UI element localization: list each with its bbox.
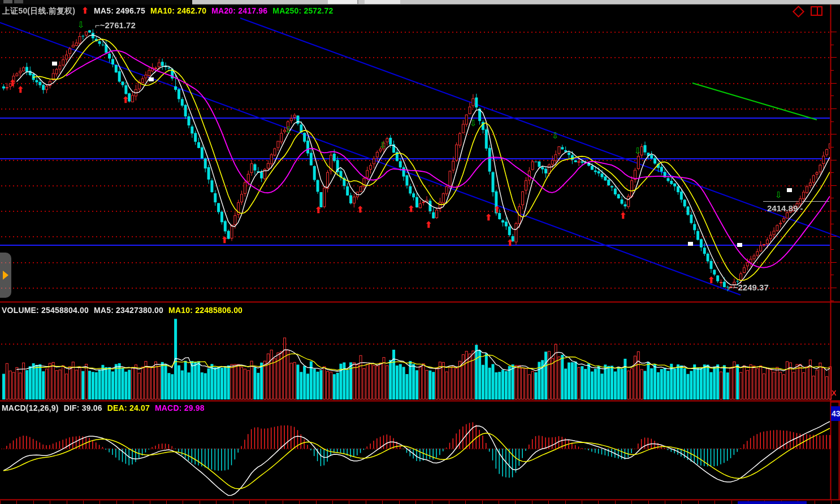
sell-signal-arrow-icon: ⇩ <box>775 191 782 199</box>
volume-value: VOLUME: 25458804.00 <box>2 306 89 315</box>
symbol-title: 上证50(日线.前复权) <box>2 6 75 15</box>
buy-signal-arrow-icon: ⬆ <box>17 86 24 94</box>
buy-signal-arrow-icon: ⬆ <box>357 206 364 214</box>
right-axis-x-label: X <box>832 389 837 397</box>
dea-value: DEA: 24.07 <box>107 403 150 412</box>
buy-signal-arrow-icon: ⬆ <box>9 79 16 87</box>
ma10-value: MA10: 2462.70 <box>150 6 206 15</box>
buy-signal-arrow-icon: ⬆ <box>221 236 228 244</box>
right-axis-badge: 43 <box>831 406 840 421</box>
volume-ma5-value: MA5: 23427380.00 <box>94 306 163 315</box>
buy-signal-arrow-icon: ⬆ <box>315 206 322 214</box>
expand-arrow-icon <box>3 271 8 280</box>
macd-params: MACD(12,26,9) <box>2 403 59 412</box>
dif-value: DIF: 39.06 <box>64 403 102 412</box>
sell-signal-arrow-icon: ⇩ <box>379 141 387 149</box>
sell-signal-arrow-icon: ⇩ <box>285 126 292 134</box>
buy-signal-arrow-icon: ⬆ <box>485 214 492 221</box>
split-window-icon[interactable] <box>811 6 822 16</box>
ma20-value: MA20: 2417.96 <box>211 6 267 15</box>
macd-header: MACD(12,26,9)DIF: 39.06DEA: 24.07MACD: 2… <box>2 403 210 412</box>
buy-signal-arrow-icon: ⬆ <box>506 239 514 247</box>
chart-canvas[interactable] <box>0 0 840 504</box>
low-price-annotation: ⌐~2249.37 <box>728 283 769 292</box>
main-chart-header: 上证50(日线.前复权)⬆MA5: 2496.75MA10: 2462.70MA… <box>2 6 338 16</box>
buy-signal-arrow-icon: ⬆ <box>408 205 415 213</box>
up-arrow-icon: ⬆ <box>81 6 89 15</box>
buy-signal-arrow-icon: ⬆ <box>708 276 715 284</box>
trading-terminal: 上证50(日线.前复权)⬆MA5: 2496.75MA10: 2462.70MA… <box>0 0 840 504</box>
sell-signal-arrow-icon: ⇩ <box>552 132 559 140</box>
sell-signal-arrow-icon: ⇩ <box>77 21 85 29</box>
ma250-value: MA250: 2572.72 <box>272 6 333 15</box>
volume-ma10-value: MA10: 22485806.00 <box>168 306 243 315</box>
buy-signal-arrow-icon: ⬆ <box>122 96 129 104</box>
sidebar-expand-tab[interactable] <box>0 253 11 298</box>
last-price-annotation: 2414.89 - <box>767 203 803 213</box>
macd-value: MACD: 29.98 <box>155 403 205 412</box>
buy-signal-arrow-icon: ⬆ <box>493 206 501 214</box>
ma5-value: MA5: 2496.75 <box>94 6 145 15</box>
split-divider <box>817 7 818 15</box>
buy-signal-arrow-icon: ⬆ <box>620 212 627 220</box>
sell-signal-arrow-icon: ⇩ <box>470 119 477 127</box>
volume-header: VOLUME: 25458804.00MA5: 23427380.00MA10:… <box>2 306 248 315</box>
buy-signal-arrow-icon: ⬆ <box>425 221 432 229</box>
sell-signal-arrow-icon: ⇩ <box>634 147 642 155</box>
high-price-annotation: ⌐~2761.72 <box>95 20 136 30</box>
